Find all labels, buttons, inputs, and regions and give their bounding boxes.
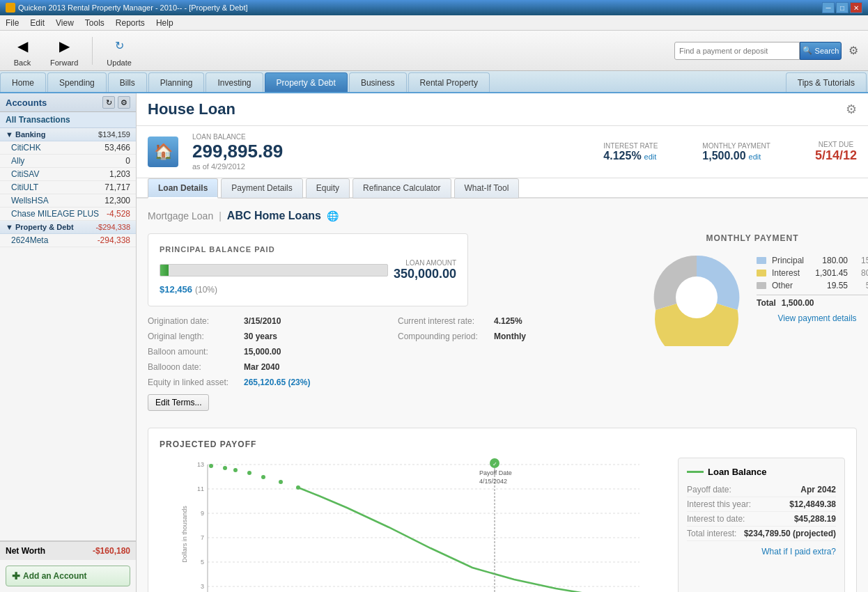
placeholder-field-1 xyxy=(398,345,631,358)
view-payment-link[interactable]: View payment details xyxy=(757,313,868,323)
mortgage-type-label: Mortgage Loan xyxy=(148,210,213,221)
loan-balance-value: 299,895.89 xyxy=(192,141,283,162)
forward-button[interactable]: ▶ Forward xyxy=(45,32,84,70)
title-bar-controls[interactable]: ─ □ ✕ xyxy=(822,2,862,13)
placeholder-field-2 xyxy=(398,361,631,373)
chart-svg-area: Dollars in thousands 13 11 9 xyxy=(160,458,667,592)
sub-tab-refinance[interactable]: Refinance Calculator xyxy=(352,178,451,198)
account-ally[interactable]: Ally 0 xyxy=(0,155,136,168)
balloon-amount-label: Balloon amount: xyxy=(148,347,238,357)
update-label: Update xyxy=(107,59,131,67)
interest-rate-edit[interactable]: edit xyxy=(644,153,657,161)
legend-value-principal: 180.00 xyxy=(809,256,848,265)
menu-edit[interactable]: Edit xyxy=(24,17,50,29)
next-due-stat: NEXT DUE 5/14/12 xyxy=(815,141,857,163)
globe-icon[interactable]: 🌐 xyxy=(327,210,339,221)
back-button[interactable]: ◀ Back xyxy=(6,32,39,70)
menu-view[interactable]: View xyxy=(50,17,79,29)
legend-row-total: Total 1,500.00 xyxy=(757,295,868,308)
payoff-date-value: Apr 2042 xyxy=(800,485,836,494)
compounding-value: Monthly xyxy=(494,332,526,341)
payoff-date-label: Payoff date: xyxy=(687,485,731,494)
tab-business[interactable]: Business xyxy=(349,72,407,92)
all-transactions-link[interactable]: All Transactions xyxy=(0,112,136,128)
equity-value[interactable]: 265,120.65 (23%) xyxy=(244,377,310,387)
svg-text:Payoff Date: Payoff Date xyxy=(479,469,512,476)
account-chaseMileage-name: Chase MILEAGE PLUS xyxy=(11,209,99,219)
search-button[interactable]: 🔍 Search xyxy=(800,42,842,60)
origination-date-value: 3/15/2010 xyxy=(244,316,281,326)
monthly-payment-edit[interactable]: edit xyxy=(749,153,761,161)
current-interest-field: Current interest rate: 4.125% xyxy=(398,315,631,327)
sub-tab-payment-details[interactable]: Payment Details xyxy=(221,178,302,198)
loan-icon: 🏠 xyxy=(148,137,178,167)
toolbar-gear-button[interactable]: ⚙ xyxy=(844,42,862,60)
projected-payoff-title: PROJECTED PAYOFF xyxy=(160,439,845,449)
sub-tab-loan-details[interactable]: Loan Details xyxy=(148,178,218,198)
payoff-legend-box: Loan Balance Payoff date: Apr 2042 Inter… xyxy=(678,458,845,592)
account-citiUlt[interactable]: CitiULT 71,717 xyxy=(0,181,136,194)
legend-label-principal: Principal xyxy=(772,256,804,265)
svg-text:7: 7 xyxy=(201,534,204,541)
tab-planning[interactable]: Planning xyxy=(148,72,205,92)
origination-date-label: Origination date: xyxy=(148,316,238,326)
sidebar-header: Accounts ↻ ⚙ xyxy=(0,93,136,112)
close-button[interactable]: ✕ xyxy=(850,2,862,13)
tab-rental-property[interactable]: Rental Property xyxy=(408,72,490,92)
tab-investing[interactable]: Investing xyxy=(206,72,263,92)
menu-tools[interactable]: Tools xyxy=(79,17,110,29)
legend-pct-other: 5% xyxy=(853,281,868,290)
loan-balance-line xyxy=(298,488,622,592)
details-right: MONTHLY PAYMENT xyxy=(648,233,857,346)
mortgage-info-row: Mortgage Loan | ABC Home Loans 🌐 xyxy=(148,210,857,222)
legend-row-principal: Principal 180.00 15% xyxy=(757,254,868,267)
account-citiUlt-value: 71,717 xyxy=(104,182,130,192)
property-debt-label: ▼ Property & Debt xyxy=(6,223,74,231)
back-icon: ◀ xyxy=(11,35,33,57)
payoff-chart-area: Dollars in thousands 13 11 9 xyxy=(160,458,845,592)
forward-label: Forward xyxy=(50,59,78,67)
tab-tips-tutorials[interactable]: Tips & Tutorials xyxy=(786,72,867,92)
account-citiChk-value: 53,466 xyxy=(104,143,130,153)
content-area: House Loan ⚙ 🏠 LOAN BALANCE 299,895.89 a… xyxy=(137,93,868,592)
page-title: House Loan xyxy=(148,100,235,118)
menu-help[interactable]: Help xyxy=(150,17,179,29)
account-chaseMileage[interactable]: Chase MILEAGE PLUS -4,528 xyxy=(0,208,136,221)
maximize-button[interactable]: □ xyxy=(836,2,848,13)
update-button[interactable]: ↻ Update xyxy=(101,32,137,70)
search-input[interactable] xyxy=(674,42,800,60)
interest-date-value: $45,288.19 xyxy=(794,514,836,524)
legend-color-other xyxy=(757,282,766,289)
banking-group-header[interactable]: ▼ Banking $134,159 xyxy=(0,128,136,141)
menu-reports[interactable]: Reports xyxy=(110,17,150,29)
sub-tab-equity[interactable]: Equity xyxy=(306,178,350,198)
principal-box-title: PRINCIPAL BALANCE PAID xyxy=(160,245,456,254)
accounts-settings-button[interactable]: ⚙ xyxy=(118,96,130,109)
minimize-button[interactable]: ─ xyxy=(822,2,835,13)
tab-bills[interactable]: Bills xyxy=(108,72,147,92)
loan-amount-display: LOAN AMOUNT 350,000.00 xyxy=(394,259,456,281)
legend-row-interest: Interest 1,301.45 80% xyxy=(757,267,868,279)
refresh-accounts-button[interactable]: ↻ xyxy=(102,96,115,109)
edit-terms-button[interactable]: Edit Terms... xyxy=(148,394,209,411)
account-citiChk[interactable]: CitiCHK 53,466 xyxy=(0,141,136,155)
accounts-title[interactable]: Accounts xyxy=(6,98,47,108)
banking-group-label: ▼ Banking xyxy=(6,130,45,139)
tab-home[interactable]: Home xyxy=(0,72,46,92)
tab-spending[interactable]: Spending xyxy=(47,72,107,92)
original-length-value: 30 years xyxy=(244,332,277,341)
current-interest-value: 4.125% xyxy=(494,316,522,326)
property-debt-group-header[interactable]: ▼ Property & Debt -$294,338 xyxy=(0,221,136,234)
sub-tab-what-if[interactable]: What-If Tool xyxy=(454,178,520,198)
content-gear-icon[interactable]: ⚙ xyxy=(846,102,857,117)
account-2624meta[interactable]: 2624Meta -294,338 xyxy=(0,234,136,247)
details-two-col: PRINCIPAL BALANCE PAID LOAN AMOUNT 350,0… xyxy=(148,233,857,411)
menu-file[interactable]: File xyxy=(0,17,24,29)
what-if-link[interactable]: What if I paid extra? xyxy=(687,547,836,556)
account-citiSav[interactable]: CitiSAV 1,203 xyxy=(0,168,136,181)
tab-property-debt[interactable]: Property & Debt xyxy=(265,72,348,92)
legend-total-label: Total xyxy=(757,298,776,308)
add-account-button[interactable]: ✚ Add an Account xyxy=(6,566,130,586)
account-wellsHsa[interactable]: WellsHSA 12,300 xyxy=(0,194,136,208)
add-account-label: Add an Account xyxy=(23,571,87,581)
